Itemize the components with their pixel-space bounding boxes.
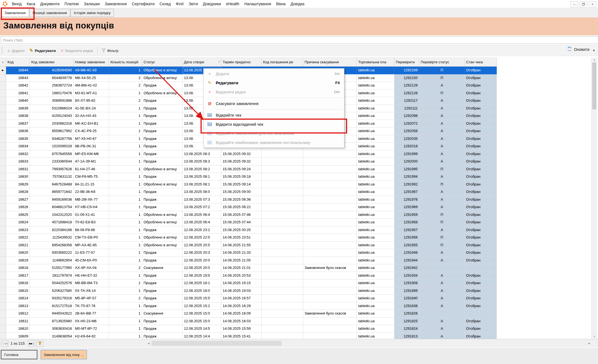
table-cell[interactable]: 1292035 (394, 135, 419, 143)
table-cell[interactable]: Оброблено в аптеці (142, 181, 183, 188)
table-cell[interactable]: Продаж (142, 82, 183, 90)
table-cell[interactable]: А (419, 127, 465, 135)
table-cell[interactable]: 16623 (6, 226, 30, 234)
table-cell[interactable]: Продаж (142, 279, 183, 287)
table-cell[interactable]: 15.08.2025 09:14 (221, 181, 262, 188)
table-cell[interactable]: 16627 (6, 196, 30, 204)
table-cell[interactable]: Продаж (142, 97, 183, 105)
menubar-item-Документи[interactable]: Документи (38, 1, 62, 7)
table-cell[interactable]: 12.08.2025 18:0 (183, 287, 221, 295)
table-cell[interactable]: MK-KC-EH-B1 (74, 120, 109, 128)
table-cell[interactable]: 16609 (6, 333, 30, 339)
table-cell[interactable]: Отобран (465, 257, 497, 265)
table-cell[interactable]: tabletki.ua (357, 166, 394, 173)
table-cell[interactable]: 15.08.2025 07:46 (221, 211, 262, 219)
scroll-up-icon[interactable]: ▲ (592, 57, 597, 62)
table-cell[interactable]: 14.08.2025 16:29 (221, 302, 262, 310)
table-cell[interactable] (262, 272, 303, 280)
table-cell[interactable]: Отобран (465, 67, 497, 74)
table-cell[interactable]: Отобран (465, 196, 497, 204)
table-cell[interactable]: Оброблено в аптеці (142, 67, 183, 74)
column-header-Причина скасування[interactable]: Причина скасування (303, 57, 357, 67)
table-cell[interactable] (262, 257, 303, 265)
table-cell[interactable]: Отобран (465, 173, 497, 181)
refresh-button[interactable]: Оновити ▼ (567, 46, 595, 52)
table-cell[interactable]: Продаж (142, 295, 183, 302)
table-cell[interactable]: 1292129 (394, 82, 419, 90)
table-cell[interactable]: tabletki.ua (357, 120, 394, 128)
table-cell[interactable] (262, 310, 303, 318)
table-cell[interactable]: tabletki.ua (357, 67, 394, 74)
table-cell[interactable]: А (419, 203, 465, 211)
table-cell[interactable]: 6544839776 (30, 74, 74, 82)
table-cell[interactable]: Оброблено в аптеці (142, 234, 183, 242)
table-cell[interactable]: 15.08.2025 09:32 (221, 150, 262, 158)
table-row[interactable]: 166307570631132CM-P8-M5-T51Продаж13.08.2… (0, 173, 497, 181)
table-cell[interactable]: 16634 (6, 143, 30, 150)
scroll-left-icon[interactable]: ◀ (146, 340, 151, 347)
table-cell[interactable]: 0X-H0-23-M6 (74, 318, 109, 325)
menubar-item-Склад[interactable]: Склад (157, 1, 173, 7)
table-cell[interactable]: А (419, 120, 465, 128)
table-cell[interactable]: 14.08.2025 21:05 (221, 257, 262, 265)
table-cell[interactable] (303, 166, 357, 173)
table-cell[interactable]: П (419, 234, 465, 242)
sort-filter-icon[interactable]: ▽ (218, 58, 220, 66)
scroll-right-icon[interactable]: ▶ (587, 340, 592, 347)
table-cell[interactable]: 14.08.2025 21:01 (221, 264, 262, 272)
table-cell[interactable]: 16643 (6, 74, 30, 82)
table-cell[interactable]: tabletki.ua (357, 318, 394, 325)
table-cell[interactable]: 45-CM-6X-P0 (74, 257, 109, 265)
table-cell[interactable] (262, 188, 303, 196)
table-cell[interactable]: Оброблено в аптеці (142, 211, 183, 219)
table-cell[interactable]: tabletki.ua (357, 82, 394, 90)
table-cell[interactable]: H7-HB-C9-H4 (74, 203, 109, 211)
table-cell[interactable]: MP-A3-4E-85 (74, 242, 109, 249)
table-cell[interactable]: 1 (109, 203, 142, 211)
table-cell[interactable]: А (419, 150, 465, 158)
table-cell[interactable]: tabletki.ua (357, 135, 394, 143)
table-cell[interactable] (303, 295, 357, 302)
table-row[interactable]: 1661187139259800X-H0-23-M61Продаж12.08.2… (0, 318, 497, 325)
table-row[interactable]: 166093149838054H2-K9-64-921Продаж12.08.2… (0, 333, 497, 339)
table-cell[interactable]: А (419, 318, 465, 325)
table-cell[interactable]: Продаж (142, 143, 183, 150)
table-cell[interactable]: 1292169 (394, 67, 419, 74)
table-cell[interactable]: 12.08.2025 15:0 (183, 318, 221, 325)
table-cell[interactable]: Продаж (142, 105, 183, 112)
table-cell[interactable]: Отобран (465, 249, 497, 257)
table-cell[interactable]: Продаж (142, 325, 183, 333)
context-menu-item-Скасувати замовлення[interactable]: ⊘Скасувати замовлення (204, 99, 344, 108)
table-cell[interactable]: 14.08.2025 16:09 (221, 310, 262, 318)
table-cell[interactable]: 16642 (6, 82, 30, 90)
column-header-Торговельна пла[interactable]: Торговельна пла (357, 57, 394, 67)
table-cell[interactable]: 16636 (6, 127, 30, 135)
table-cell[interactable]: Отобран (465, 90, 497, 97)
table-cell[interactable] (303, 302, 357, 310)
table-cell[interactable]: 1 (109, 181, 142, 188)
table-cell[interactable]: 2 (109, 264, 142, 272)
column-header-Номер замовленн[interactable]: Номер замовленн (74, 57, 109, 67)
table-cell[interactable]: Отобран (465, 112, 497, 120)
table-cell[interactable] (262, 150, 303, 158)
table-cell[interactable]: Отобран (465, 242, 497, 249)
table-cell[interactable]: 2333360544 (30, 158, 74, 166)
menubar-item-Платежі[interactable]: Платежі (62, 1, 81, 7)
table-cell[interactable]: 5155177990 (30, 264, 74, 272)
table-cell[interactable] (262, 302, 303, 310)
statusbar-tab-Замовлення від поку ...[interactable]: Замовлення від поку ... (41, 350, 87, 359)
table-cell[interactable]: 1 (109, 120, 142, 128)
table-cell[interactable]: MP-E5-KM-M6 (74, 150, 109, 158)
table-cell[interactable]: Продаж (142, 158, 183, 166)
table-cell[interactable]: tabletki.ua (357, 173, 394, 181)
table-cell[interactable]: 3063830416 (30, 325, 74, 333)
table-cell[interactable]: Оброблено в аптеці (142, 90, 183, 97)
table-cell[interactable]: А (419, 173, 465, 181)
table-cell[interactable]: Скасування (142, 310, 183, 318)
table-cell[interactable] (303, 181, 357, 188)
table-cell[interactable]: 1292072 (394, 120, 419, 128)
table-cell[interactable]: 14.08.2025 15:59 (221, 325, 262, 333)
table-cell[interactable]: 1520095028 (30, 143, 74, 150)
table-cell[interactable]: П (419, 166, 465, 173)
table-cell[interactable]: tabletki.ua (357, 249, 394, 257)
